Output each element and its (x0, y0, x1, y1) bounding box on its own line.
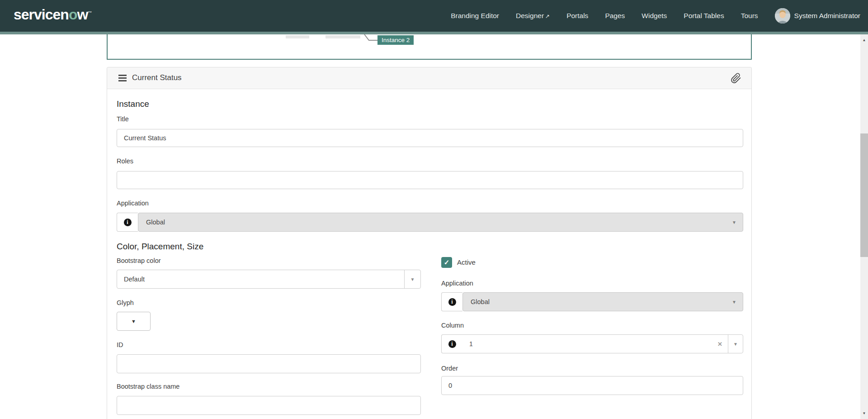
tree-connector-line (359, 34, 380, 44)
application2-info-addon[interactable]: i (441, 292, 462, 311)
column-input[interactable]: 1 ✕ (462, 334, 728, 353)
scrollbar-thumb[interactable] (860, 133, 868, 257)
avatar (775, 8, 790, 24)
application-info-addon[interactable]: i (117, 213, 138, 232)
application-label: Application (117, 200, 149, 207)
id-label: ID (117, 341, 123, 348)
paperclip-icon[interactable] (731, 73, 741, 84)
clear-icon[interactable]: ✕ (717, 341, 722, 348)
application2-label: Application (441, 280, 473, 287)
nav-item-tours[interactable]: Tours (741, 12, 758, 20)
column-label: Column (441, 322, 464, 329)
cps-section-heading: Color, Placement, Size (117, 242, 203, 252)
vertical-scrollbar[interactable]: ▲ ▼ (860, 34, 868, 419)
logo-text-post: w (77, 6, 88, 23)
application2-field-group: i Global ▼ (441, 292, 743, 311)
application-selected-value: Global (146, 219, 165, 226)
application-select[interactable]: Global ▼ (138, 213, 743, 232)
scroll-up-icon[interactable]: ▲ (860, 36, 868, 44)
info-icon: i (448, 340, 456, 348)
glyph-dropdown[interactable]: ▼ (117, 312, 151, 331)
nav-bottom-strip (0, 32, 868, 34)
hidden-element-stub (286, 35, 309, 38)
chevron-down-icon: ▼ (404, 270, 420, 288)
nav-item-portal-tables[interactable]: Portal Tables (684, 12, 724, 20)
active-label: Active (457, 258, 476, 266)
chevron-down-icon: ▼ (733, 342, 738, 347)
column-dropdown-button[interactable]: ▼ (728, 334, 743, 353)
application2-selected-value: Global (471, 298, 490, 305)
selected-container-outline[interactable]: Instance 2 (107, 34, 752, 60)
external-link-icon: ↗ (545, 13, 550, 19)
scroll-down-icon[interactable]: ▼ (860, 409, 868, 417)
bootstrap-color-value: Default (124, 276, 145, 283)
user-menu[interactable]: System Administrator (775, 8, 860, 24)
bootstrap-class-name-input[interactable] (117, 396, 421, 415)
application2-select[interactable]: Global ▼ (462, 292, 743, 311)
title-label: Title (117, 115, 129, 123)
instance-2-badge[interactable]: Instance 2 (377, 35, 414, 45)
nav-item-portals[interactable]: Portals (566, 12, 588, 20)
info-icon: i (124, 219, 132, 226)
check-icon: ✓ (444, 258, 450, 267)
bootstrap-color-dropdown[interactable]: Default ▼ (117, 270, 421, 289)
column-info-addon[interactable]: i (441, 334, 462, 353)
title-input[interactable] (117, 129, 743, 147)
user-name: System Administrator (794, 12, 860, 20)
logo-text-pre: servicen (14, 6, 69, 23)
active-checkbox[interactable]: ✓ (441, 257, 452, 268)
order-label: Order (441, 365, 458, 372)
top-navbar: servicenow™ Branding Editor Designer↗ Po… (0, 0, 868, 32)
application-field-group: i Global ▼ (117, 213, 743, 232)
roles-input[interactable] (117, 171, 743, 189)
order-input[interactable] (441, 376, 743, 395)
bootstrap-color-label: Bootstrap color (117, 257, 161, 264)
panel-header: Current Status (107, 67, 751, 89)
screen: servicenow™ Branding Editor Designer↗ Po… (0, 0, 868, 419)
column-value: 1 (469, 340, 473, 348)
menu-icon[interactable] (118, 75, 127, 81)
column-field-group: i 1 ✕ ▼ (441, 334, 743, 353)
bootstrap-class-name-label: Bootstrap class name (117, 383, 179, 390)
nav-menu: Branding Editor Designer↗ Portals Pages … (451, 0, 860, 32)
chevron-down-icon: ▼ (732, 300, 736, 305)
current-status-panel: Current Status Instance Title Roles Appl… (107, 67, 752, 419)
logo-trademark: ™ (88, 10, 92, 15)
logo-o-mark: o (69, 6, 77, 23)
glyph-label: Glyph (117, 299, 134, 306)
hidden-element-stub (326, 35, 360, 38)
info-icon: i (448, 298, 456, 306)
chevron-down-icon: ▼ (732, 220, 736, 225)
chevron-down-icon: ▼ (131, 319, 136, 324)
nav-item-branding-editor[interactable]: Branding Editor (451, 12, 499, 20)
servicenow-logo[interactable]: servicenow™ (14, 6, 92, 23)
id-input[interactable] (117, 354, 421, 373)
nav-item-designer[interactable]: Designer↗ (516, 12, 550, 20)
instance-section-heading: Instance (117, 99, 149, 109)
roles-label: Roles (117, 157, 133, 165)
nav-item-widgets[interactable]: Widgets (642, 12, 667, 20)
nav-item-pages[interactable]: Pages (605, 12, 625, 20)
panel-title: Current Status (132, 73, 182, 82)
